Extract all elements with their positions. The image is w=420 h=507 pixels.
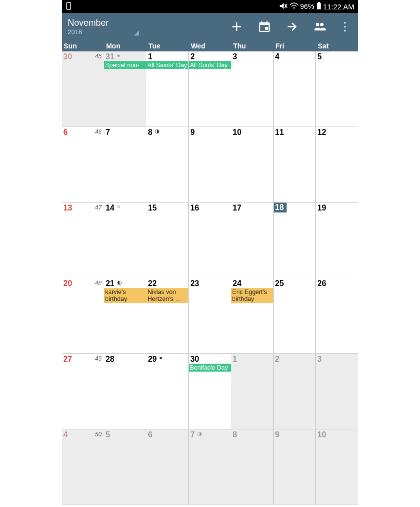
event-chip[interactable]: Niklas von Hertzen's … [146, 288, 188, 303]
day-cell[interactable]: 17 [231, 203, 274, 278]
day-number: 16 [189, 203, 201, 212]
moon-phase-icon: ○ [117, 204, 121, 210]
day-number: 30 [189, 354, 201, 364]
weekday-header: Sun Mon Tue Wed Thu Fri Sat [62, 41, 358, 51]
day-number: 9 [274, 429, 281, 439]
status-bar: 96% 11:22 AM [62, 0, 358, 13]
day-number: 11 [274, 127, 286, 137]
week-number: 48 [95, 280, 101, 287]
day-cell[interactable]: 14○ [104, 203, 147, 278]
day-cell[interactable]: 9 [274, 429, 316, 505]
day-cell[interactable]: 29● [146, 354, 189, 429]
day-cell[interactable]: 646 [62, 127, 104, 203]
today-button[interactable] [257, 20, 271, 34]
day-cell[interactable]: 10 [316, 429, 358, 505]
day-cell[interactable]: 3045 [62, 51, 104, 127]
add-button[interactable] [230, 20, 244, 34]
day-cell[interactable]: 9 [189, 127, 231, 203]
day-cell[interactable]: 2048 [62, 278, 104, 354]
goto-button[interactable] [285, 20, 299, 34]
people-button[interactable] [313, 20, 327, 34]
day-cell[interactable]: 5 [104, 429, 147, 505]
day-cell[interactable]: 31●Special non- [104, 51, 147, 127]
day-cell[interactable]: 8◑ [146, 127, 189, 203]
day-cell[interactable]: 30Bonifacio Day [189, 354, 231, 429]
event-chip[interactable]: All Souls' Day [189, 61, 231, 69]
day-number: 22 [146, 278, 158, 288]
day-number: 7 [189, 429, 196, 439]
day-number: 8 [231, 429, 239, 439]
day-cell[interactable]: 4 [274, 51, 316, 127]
weekday-tue: Tue [146, 41, 189, 51]
day-cell[interactable]: 22Niklas von Hertzen's … [146, 278, 189, 354]
day-cell[interactable]: 1All Saints' Day [146, 51, 189, 127]
day-cell[interactable]: 19 [316, 203, 358, 278]
day-number: 24 [231, 278, 243, 288]
day-number: 19 [316, 203, 328, 212]
day-cell[interactable]: 5 [316, 51, 358, 127]
day-number: 6 [62, 127, 69, 137]
day-cell[interactable]: 23 [189, 278, 231, 354]
day-cell[interactable]: 3 [316, 354, 358, 429]
month-picker[interactable]: November 2016 [66, 18, 230, 36]
moon-phase-icon: ◐ [117, 279, 122, 286]
day-cell[interactable]: 28 [104, 354, 147, 429]
day-cell[interactable]: 2 [274, 354, 316, 429]
day-cell[interactable]: 18 [274, 203, 316, 278]
weekday-fri: Fri [274, 41, 316, 51]
svg-rect-4 [317, 3, 321, 9]
event-chip[interactable]: Eric Eggert's birthday [231, 288, 273, 303]
moon-phase-icon: ◑ [197, 430, 202, 437]
svg-rect-5 [318, 2, 320, 3]
day-cell[interactable]: 6 [146, 429, 189, 505]
weekday-wed: Wed [189, 41, 231, 51]
svg-rect-0 [67, 2, 71, 9]
year-label: 2016 [68, 28, 230, 36]
battery-pct: 96% [300, 2, 314, 10]
mute-icon [279, 2, 288, 11]
day-number: 29 [146, 354, 158, 364]
day-cell[interactable]: 16 [189, 203, 231, 278]
day-cell[interactable]: 2749 [62, 354, 104, 429]
day-cell[interactable]: 1 [231, 354, 274, 429]
day-number: 2 [189, 51, 196, 61]
day-cell[interactable]: 26 [316, 278, 358, 354]
event-chip[interactable]: All Saints' Day [146, 61, 188, 69]
svg-point-12 [320, 23, 324, 26]
day-number: 23 [189, 278, 201, 288]
event-chip[interactable]: karvie's birthday [104, 288, 146, 303]
day-cell[interactable]: 10 [231, 127, 274, 203]
overflow-menu-button[interactable] [340, 20, 349, 34]
day-cell[interactable]: 8 [231, 429, 274, 505]
day-number: 1 [231, 354, 239, 364]
day-number: 4 [62, 429, 69, 439]
moon-phase-icon: ● [159, 355, 163, 361]
day-cell[interactable]: 1347 [62, 203, 104, 278]
day-number: 8 [146, 127, 154, 137]
clock-time: 11:22 AM [323, 2, 354, 11]
day-number: 30 [62, 51, 74, 61]
day-number: 31 [104, 51, 116, 61]
day-cell[interactable]: 7◑ [189, 429, 231, 505]
day-cell[interactable]: 21◐karvie's birthday [104, 278, 147, 354]
day-number: 10 [316, 429, 328, 439]
day-cell[interactable]: 7 [104, 127, 147, 203]
day-number: 27 [62, 354, 74, 364]
weekday-thu: Thu [231, 41, 274, 51]
day-cell[interactable]: 3 [231, 51, 274, 127]
day-cell[interactable]: 24Eric Eggert's birthday [231, 278, 274, 354]
week-number: 49 [95, 355, 101, 362]
week-number: 46 [95, 128, 101, 135]
day-cell[interactable]: 2All Souls' Day [189, 51, 231, 127]
event-chip[interactable]: Bonifacio Day [189, 364, 231, 372]
event-chip[interactable]: Special non- [104, 61, 146, 69]
day-cell[interactable]: 15 [146, 203, 189, 278]
day-cell[interactable]: 450 [62, 429, 104, 505]
week-number: 45 [95, 53, 101, 60]
day-cell[interactable]: 11 [274, 127, 316, 203]
day-number: 3 [231, 51, 239, 61]
day-cell[interactable]: 25 [274, 278, 316, 354]
day-cell[interactable]: 12 [316, 127, 358, 203]
day-number: 5 [104, 429, 112, 439]
calendar-grid: 304531●Special non-1All Saints' Day2All … [62, 51, 358, 505]
